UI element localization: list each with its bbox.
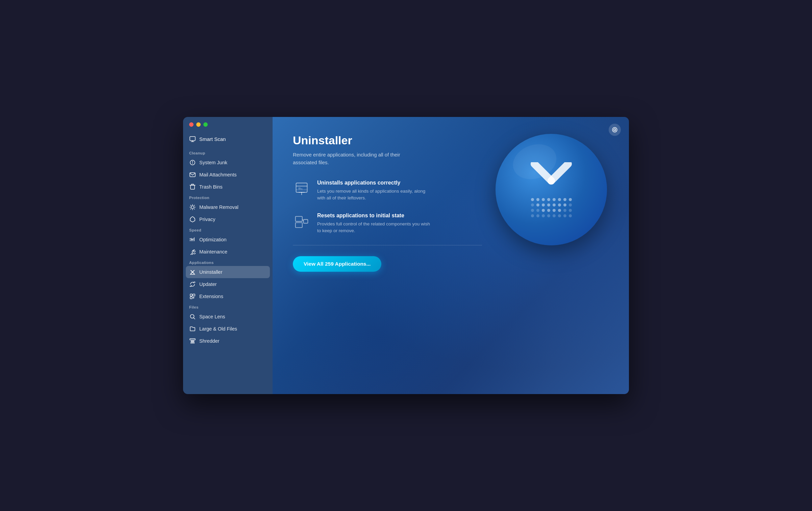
dot <box>558 209 561 212</box>
dot <box>542 198 545 201</box>
minimize-button[interactable] <box>196 122 201 127</box>
optimization-label: Optimization <box>199 237 227 242</box>
dot <box>558 214 561 217</box>
dot <box>558 198 561 201</box>
app-icon <box>496 134 607 245</box>
app-window: Smart Scan Cleanup System Junk Mail A <box>183 117 629 394</box>
large-old-files-icon <box>189 325 196 332</box>
svg-rect-0 <box>190 137 195 141</box>
section-cleanup: Cleanup <box>183 150 273 156</box>
dot <box>536 214 539 217</box>
maintenance-label: Maintenance <box>199 249 227 254</box>
page-description: Remove entire applications, including al… <box>293 151 421 166</box>
feature-icon-resets <box>293 213 310 230</box>
sidebar: Smart Scan Cleanup System Junk Mail A <box>183 117 273 394</box>
feature-text-resets: Resets applications to initial state Pro… <box>317 213 432 235</box>
dot <box>553 214 556 217</box>
feature-desc-resets: Provides full control of the related com… <box>317 221 432 235</box>
sidebar-item-system-junk[interactable]: System Junk <box>183 156 273 169</box>
section-files: Files <box>183 304 273 311</box>
svg-rect-46 <box>304 219 308 223</box>
privacy-label: Privacy <box>199 217 215 222</box>
dot <box>569 198 572 201</box>
dot <box>542 214 545 217</box>
svg-rect-44 <box>296 216 302 221</box>
dot <box>563 203 566 206</box>
shredder-icon <box>189 338 196 344</box>
svg-line-32 <box>194 341 194 343</box>
space-lens-icon <box>189 313 196 320</box>
settings-button[interactable] <box>609 124 621 136</box>
sidebar-item-optimization[interactable]: Optimization <box>183 234 273 246</box>
content-divider <box>293 245 482 245</box>
dot <box>547 203 550 206</box>
sidebar-item-updater[interactable]: Updater <box>183 278 273 290</box>
section-speed: Speed <box>183 227 273 234</box>
uninstaller-label: Uninstaller <box>199 269 223 275</box>
feature-icon-uninstalls <box>293 180 310 197</box>
sidebar-item-mail-attachments[interactable]: Mail Attachments <box>183 169 273 181</box>
svg-rect-24 <box>190 294 192 296</box>
dot <box>553 203 556 206</box>
sidebar-item-maintenance[interactable]: Maintenance <box>183 246 273 258</box>
dot <box>563 198 566 201</box>
sidebar-item-malware-removal[interactable]: Malware Removal <box>183 201 273 213</box>
trash-bins-label: Trash Bins <box>199 184 223 190</box>
sidebar-item-space-lens[interactable]: Space Lens <box>183 311 273 323</box>
svg-rect-25 <box>193 294 195 296</box>
dot <box>542 203 545 206</box>
malware-icon <box>189 204 196 211</box>
dot <box>531 209 534 212</box>
svg-line-28 <box>194 318 195 319</box>
svg-line-30 <box>191 341 191 343</box>
sidebar-item-extensions[interactable]: Extensions <box>183 290 273 302</box>
uninstaller-icon <box>189 269 196 275</box>
content-area: Uninstaller Remove entire applications, … <box>293 134 609 377</box>
section-protection: Protection <box>183 194 273 201</box>
system-junk-icon <box>189 159 196 166</box>
dot <box>547 209 550 212</box>
svg-line-33 <box>192 341 192 343</box>
svg-point-13 <box>191 206 194 209</box>
close-button[interactable] <box>189 122 194 127</box>
sidebar-item-shredder[interactable]: Shredder <box>183 335 273 347</box>
sidebar-item-smart-scan[interactable]: Smart Scan <box>183 132 273 146</box>
mail-icon <box>189 171 196 178</box>
right-panel <box>496 134 607 245</box>
updater-label: Updater <box>199 282 217 287</box>
svg-rect-7 <box>191 185 195 189</box>
feature-title-resets: Resets applications to initial state <box>317 213 432 219</box>
main-content: Uninstaller Remove entire applications, … <box>273 117 629 394</box>
smart-scan-icon <box>189 136 196 142</box>
svg-rect-45 <box>296 222 302 227</box>
page-title: Uninstaller <box>293 134 482 147</box>
maximize-button[interactable] <box>203 122 208 127</box>
dot <box>553 198 556 201</box>
feature-desc-uninstalls: Lets you remove all kinds of application… <box>317 188 432 202</box>
sidebar-item-trash-bins[interactable]: Trash Bins <box>183 181 273 193</box>
dot <box>569 214 572 217</box>
dot <box>547 214 550 217</box>
dot <box>563 209 566 212</box>
malware-removal-label: Malware Removal <box>199 204 238 210</box>
feature-uninstalls-correctly: Uninstalls applications correctly Lets y… <box>293 180 482 202</box>
updater-icon <box>189 281 196 288</box>
dot <box>536 209 539 212</box>
mail-attachments-label: Mail Attachments <box>199 172 236 177</box>
svg-line-34 <box>193 341 194 343</box>
system-junk-label: System Junk <box>199 160 227 165</box>
space-lens-label: Space Lens <box>199 314 225 319</box>
svg-point-5 <box>192 163 193 164</box>
svg-rect-29 <box>190 339 195 340</box>
sidebar-item-large-old-files[interactable]: Large & Old Files <box>183 323 273 335</box>
optimization-icon <box>189 236 196 243</box>
dots-grid <box>531 198 572 217</box>
view-all-apps-button[interactable]: View All 259 Applications... <box>293 256 381 272</box>
dot <box>547 198 550 201</box>
extensions-label: Extensions <box>199 294 223 299</box>
dot <box>542 209 545 212</box>
sidebar-item-uninstaller[interactable]: Uninstaller <box>186 266 270 278</box>
svg-point-27 <box>191 315 194 318</box>
sidebar-item-privacy[interactable]: Privacy <box>183 213 273 225</box>
svg-rect-26 <box>190 297 192 299</box>
